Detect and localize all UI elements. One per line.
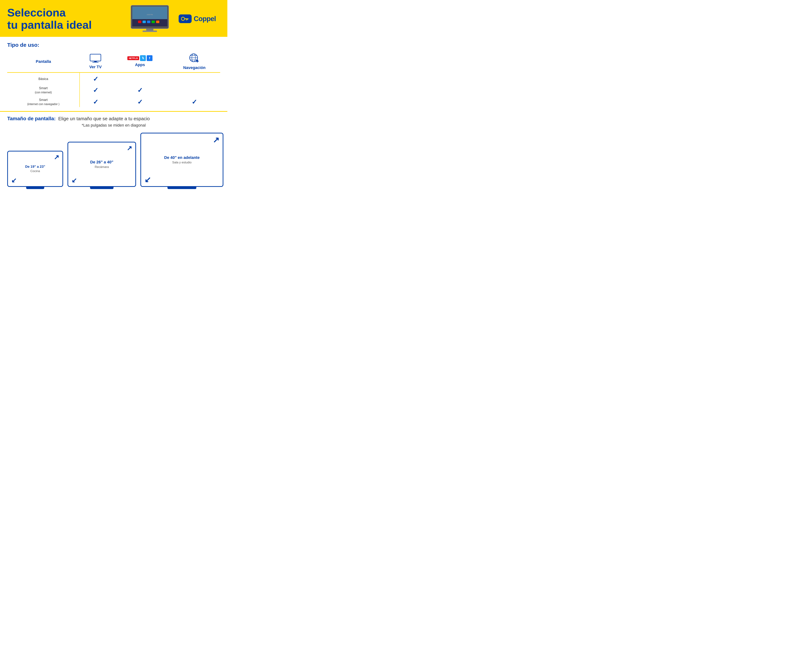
header-logo: Coppel. bbox=[179, 14, 220, 23]
header-title: Selecciona tu pantalla ideal bbox=[7, 6, 121, 31]
svg-text:4:06 PM: 4:06 PM bbox=[147, 14, 153, 15]
svg-rect-15 bbox=[186, 19, 187, 20]
netflix-icon: NETFLIX bbox=[127, 57, 139, 60]
tv-size-large: De 40" en adelante bbox=[164, 155, 200, 160]
col-header-ver-tv: Ver TV bbox=[79, 50, 111, 73]
tv-card-medium: ↗ De 26" a 40" Recámara ↙ bbox=[67, 142, 136, 187]
table-header-row: Pantalla Ver TV bbox=[7, 50, 220, 73]
check-smart-internet-apps: ✓ bbox=[111, 84, 168, 95]
divider-yellow bbox=[0, 111, 227, 112]
svg-rect-7 bbox=[147, 21, 150, 23]
check-smart-internet-tv: ✓ bbox=[79, 84, 111, 95]
tv-size-medium: De 26" a 40" bbox=[90, 160, 113, 165]
pantalla-smart-navegador: Smart(internet con navegador ) bbox=[7, 95, 79, 107]
arrow-downleft-medium: ↙ bbox=[72, 177, 77, 184]
svg-rect-11 bbox=[142, 31, 157, 32]
tv-card-wrapper-small: ↗ De 19" a 23" Cocina ↙ bbox=[7, 151, 63, 189]
check-basica-apps bbox=[111, 73, 168, 84]
coppel-logo-text: Coppel bbox=[194, 15, 216, 23]
arrow-downleft-large: ↙ bbox=[144, 176, 151, 184]
svg-rect-17 bbox=[94, 61, 97, 62]
twitter-icon: 𝕏 bbox=[140, 55, 146, 61]
svg-rect-18 bbox=[92, 62, 99, 63]
tv-stand-small bbox=[26, 187, 44, 189]
check-basica-tv: ✓ bbox=[79, 73, 111, 84]
tv-card-content-medium: De 26" a 40" Recámara bbox=[87, 157, 116, 172]
tamano-title-normal: Elige un tamaño que se adapte a tu espac… bbox=[58, 116, 150, 121]
coppel-key-icon bbox=[179, 14, 192, 23]
tv-card-large: ↗ De 40" en adelante Sala y estudio ↙ bbox=[140, 133, 223, 187]
uso-table: Pantalla Ver TV bbox=[7, 50, 220, 107]
table-row-smart-navegador: Smart(internet con navegador ) ✓ ✓ ✓ bbox=[7, 95, 220, 107]
globe-cursor-icon bbox=[189, 52, 200, 64]
tv-card-content-small: De 19" a 23" Cocina bbox=[22, 162, 48, 176]
facebook-icon: f bbox=[147, 55, 153, 61]
tipo-uso-section: Tipo de uso: Pantalla bbox=[7, 42, 220, 107]
header: Selecciona tu pantalla ideal 4:06 PM bbox=[0, 0, 227, 37]
check-basica-nav bbox=[168, 73, 220, 84]
tamano-title-bold: Tamaño de pantalla: bbox=[7, 116, 56, 121]
svg-rect-13 bbox=[185, 18, 189, 19]
section-title-tipo-uso: Tipo de uso: bbox=[7, 42, 220, 48]
check-smart-internet-nav bbox=[168, 84, 220, 95]
apps-icons: NETFLIX 𝕏 f bbox=[127, 55, 153, 61]
tv-cards-row: ↗ De 19" a 23" Cocina ↙ ↗ De 26" a 40" R… bbox=[7, 133, 220, 189]
svg-rect-6 bbox=[142, 21, 146, 23]
svg-point-12 bbox=[182, 17, 185, 20]
tv-place-small: Cocina bbox=[25, 169, 45, 173]
col-header-apps: NETFLIX 𝕏 f Apps bbox=[111, 50, 168, 73]
arrow-upright-medium: ↗ bbox=[127, 145, 132, 151]
svg-rect-9 bbox=[156, 21, 159, 23]
tv-card-wrapper-large: ↗ De 40" en adelante Sala y estudio ↙ bbox=[140, 133, 223, 189]
check-smart-nav-apps: ✓ bbox=[111, 95, 168, 107]
tv-card-content-large: De 40" en adelante Sala y estudio bbox=[161, 152, 203, 167]
arrow-upright-large: ↗ bbox=[213, 136, 220, 144]
title-line2: tu pantalla ideal bbox=[7, 18, 92, 31]
tamano-section: Tamaño de pantalla: Elige un tamaño que … bbox=[0, 116, 227, 194]
title-line1: Selecciona bbox=[7, 6, 66, 19]
tv-place-medium: Recámara bbox=[90, 165, 113, 169]
table-row-smart-internet: Smart(con internet) ✓ ✓ bbox=[7, 84, 220, 95]
tv-place-large: Sala y estudio bbox=[164, 161, 200, 164]
col-header-navegacion: Navegación bbox=[168, 50, 220, 73]
table-row-basica: Básica ✓ bbox=[7, 73, 220, 84]
arrow-upright-small: ↗ bbox=[54, 154, 59, 161]
main-content: Tipo de uso: Pantalla bbox=[0, 37, 227, 107]
col-header-pantalla: Pantalla bbox=[7, 50, 79, 73]
coppel-dot: . bbox=[218, 14, 220, 23]
svg-rect-8 bbox=[151, 21, 155, 23]
tv-outline-icon bbox=[89, 53, 102, 63]
tv-stand-medium bbox=[90, 187, 113, 189]
tv-card-wrapper-medium: ↗ De 26" a 40" Recámara ↙ bbox=[67, 142, 136, 189]
tv-size-small: De 19" a 23" bbox=[25, 165, 45, 169]
tv-stand-large bbox=[168, 187, 196, 189]
tamano-subtitle: *Las pulgadas se miden en diagonal bbox=[7, 123, 220, 128]
svg-rect-10 bbox=[146, 29, 153, 31]
pantalla-basica: Básica bbox=[7, 73, 79, 84]
header-tv-image: 4:06 PM bbox=[126, 5, 173, 33]
check-smart-nav-tv: ✓ bbox=[79, 95, 111, 107]
svg-rect-14 bbox=[187, 19, 188, 20]
tv-hero-icon: 4:06 PM bbox=[129, 5, 171, 33]
svg-rect-16 bbox=[90, 54, 101, 61]
svg-rect-2 bbox=[132, 6, 167, 19]
pantalla-smart-internet: Smart(con internet) bbox=[7, 84, 79, 95]
svg-rect-5 bbox=[138, 21, 141, 23]
key-icon bbox=[181, 16, 189, 21]
arrow-downleft-small: ↙ bbox=[11, 177, 17, 184]
tv-card-small: ↗ De 19" a 23" Cocina ↙ bbox=[7, 151, 63, 187]
check-smart-nav-nav: ✓ bbox=[168, 95, 220, 107]
tamano-title-row: Tamaño de pantalla: Elige un tamaño que … bbox=[7, 116, 220, 121]
